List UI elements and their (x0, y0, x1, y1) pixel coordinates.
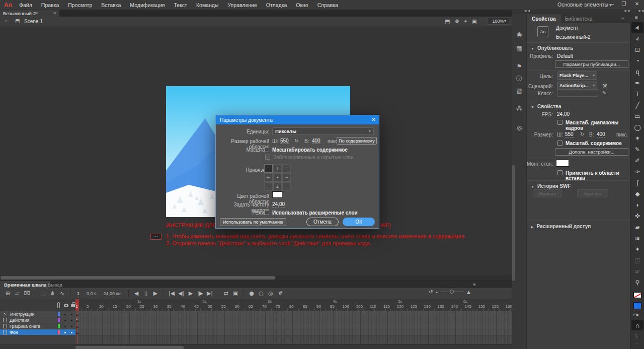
new-layer-icon[interactable]: ⊞ (3, 290, 13, 298)
prev-keyframe-icon[interactable]: ◀ (132, 290, 141, 298)
scale-frame-spans-checkbox[interactable] (557, 120, 562, 125)
graph-editor-icon[interactable]: ∿ (57, 290, 67, 298)
anchor-cell-6[interactable]: ⌞ (264, 182, 273, 191)
next-frame-icon[interactable]: |▶ (196, 290, 205, 298)
anchor-cell-1[interactable]: ⊤ (273, 164, 282, 173)
empty-frame-area[interactable] (75, 335, 512, 344)
use-default-button[interactable]: Использовать по умолчанию (220, 218, 286, 226)
clip-range-icon[interactable]: ▣ (231, 290, 240, 298)
clip-content-icon[interactable]: ▣ (471, 18, 476, 25)
code-snippets-panel-icon[interactable]: ⁂ (512, 104, 527, 114)
eyedropper-tool[interactable]: ✜ (631, 211, 643, 221)
minimize-button[interactable]: — (606, 1, 616, 7)
anchor-cell-8[interactable]: ⌟ (282, 182, 291, 191)
apply-paste-label[interactable]: Применить к области вставки (566, 170, 630, 181)
menu-item-2[interactable]: Просмотр (68, 2, 92, 8)
advanced-settings-button[interactable]: Дополн. настройки... (555, 148, 628, 156)
dialog-title-bar[interactable]: Параметры документа (216, 115, 379, 124)
text-tool[interactable]: T (631, 89, 643, 99)
tab-properties[interactable]: Свойства (527, 14, 561, 23)
onion-skin-icon[interactable]: ● (247, 290, 257, 298)
swf-history-section-header[interactable]: ▼История SWF (531, 183, 571, 189)
advanced-access-section-header[interactable]: ▶Расширенный доступ (531, 224, 591, 229)
anchor-cell-3[interactable]: ⊢ (264, 173, 273, 182)
polystar-tool[interactable]: ✶ (631, 133, 643, 144)
apply-paste-checkbox[interactable] (557, 170, 562, 175)
prev-frame-icon[interactable]: ◀| (177, 290, 186, 298)
tools-panel-menu-icon[interactable]: ≡ (635, 15, 638, 20)
scene-label[interactable]: Scene 1 (24, 19, 43, 24)
layer-outline-swatch[interactable] (58, 330, 60, 334)
menu-item-6[interactable]: Команды (196, 2, 219, 8)
layer-visible-dot[interactable] (64, 314, 66, 315)
close-tab-icon[interactable]: ✕ (53, 11, 56, 16)
frame-rate-value[interactable]: 24,00 к/с (104, 291, 122, 296)
publish-section-header[interactable]: ▼Опубликовать (531, 45, 573, 51)
show-parenting-icon[interactable]: ⋔ (48, 290, 57, 298)
workspace-switcher[interactable]: Основные элементы ▾ (557, 2, 611, 8)
zoom-tool[interactable]: ⚲ (631, 277, 643, 288)
transform-panel-icon[interactable]: ▧ (512, 86, 527, 96)
layer-row-Действия[interactable]: Действия (0, 317, 75, 323)
eraser-tool[interactable]: ▰ (631, 222, 643, 232)
collapse-tools-chevrons-icon[interactable]: ►► (638, 9, 644, 13)
layer-lock-dot[interactable] (71, 320, 72, 321)
timeline-ruler[interactable]: 1510152025303540455055606570758085909510… (75, 299, 512, 311)
anchor-cell-5[interactable]: ⊣ (282, 173, 291, 182)
tab-library[interactable]: Библиотека (560, 14, 597, 23)
menu-item-3[interactable]: Вставка (101, 2, 121, 8)
close-button[interactable]: ✕ (632, 1, 642, 7)
scale-content-checkbox[interactable] (264, 147, 269, 152)
stage-h-scrollbar[interactable] (0, 275, 512, 280)
paint-brush-tool[interactable]: ✑ (631, 166, 643, 177)
doc-name[interactable]: Безымянный-2 (556, 34, 591, 40)
layer-outline-swatch[interactable] (58, 312, 60, 316)
timeline-h-scrollbar-thumb[interactable] (75, 346, 184, 349)
tab-output[interactable]: Вывод (48, 281, 62, 288)
oval-tool[interactable]: ◯ (631, 122, 643, 132)
align-panel-icon[interactable]: ⚑ (512, 61, 527, 72)
layer-row-Инструкции[interactable]: ↖Инструкции (0, 311, 75, 317)
layer-outline-swatch[interactable] (58, 324, 60, 328)
pen-tool[interactable]: ✒ (631, 78, 643, 88)
layer-row-Графика снега[interactable]: Графика снега (0, 323, 75, 329)
layer-row-Фон[interactable]: Фон (0, 329, 75, 335)
menu-item-10[interactable]: Справка (317, 2, 338, 8)
eye-column-icon[interactable] (64, 304, 68, 307)
scale-content-label[interactable]: Масштаб. содержимое (566, 141, 622, 146)
scale-content-checkbox[interactable] (557, 141, 562, 146)
anchor-cell-4[interactable]: + (273, 173, 282, 182)
swap-colors-icon[interactable]: ⇄▪ (632, 312, 638, 317)
advanced-layers-checkbox[interactable] (264, 210, 269, 215)
link-dimensions-icon[interactable]: ↻ (580, 131, 584, 137)
info-panel-icon[interactable]: ⓘ (512, 74, 527, 84)
wrench-icon[interactable]: ⚒ (602, 83, 607, 89)
stroke-color-swatch[interactable] (633, 292, 641, 298)
color-panel-icon[interactable]: ◉ (512, 29, 527, 39)
delete-layer-icon[interactable]: ⌧ (22, 290, 32, 298)
properties-section-header[interactable]: ▼Свойства (531, 104, 561, 109)
snow-symbol-instance[interactable]: ••• (150, 234, 162, 240)
link-dimensions-icon[interactable]: ↻ (294, 138, 298, 144)
stage-h-scrollbar-thumb[interactable] (1, 276, 275, 280)
zoom-chevron-icon[interactable]: ▾ (504, 19, 506, 23)
ink-bottle-tool[interactable]: ◗ (631, 199, 643, 210)
layer-lock-dot[interactable] (71, 326, 72, 327)
width-value[interactable]: 550 (280, 138, 289, 144)
zoom-out-frames-icon[interactable]: ▴ (436, 290, 438, 294)
frame-row-Фон[interactable] (75, 329, 512, 335)
cancel-button[interactable]: Отмена (306, 218, 339, 226)
lasso-tool[interactable]: ɋ (631, 66, 643, 77)
tab-timeline[interactable]: Временная шкала (0, 281, 50, 288)
layer-visible-dot[interactable] (64, 326, 66, 327)
menu-item-5[interactable]: Текст (174, 2, 187, 8)
selection-tool[interactable]: ➤ (631, 22, 643, 33)
paint-bucket-tool[interactable]: ◆ (631, 188, 643, 199)
pencil-icon[interactable]: ✎ (602, 90, 606, 96)
layer-lock-dot[interactable] (71, 314, 72, 315)
timeline-h-scrollbar[interactable] (0, 344, 512, 349)
layer-visible-dot[interactable] (64, 332, 66, 333)
edit-scene-icon[interactable]: ⬒ (445, 18, 450, 25)
frame-row-Инструкции[interactable] (75, 311, 512, 317)
class-input[interactable] (557, 89, 598, 97)
